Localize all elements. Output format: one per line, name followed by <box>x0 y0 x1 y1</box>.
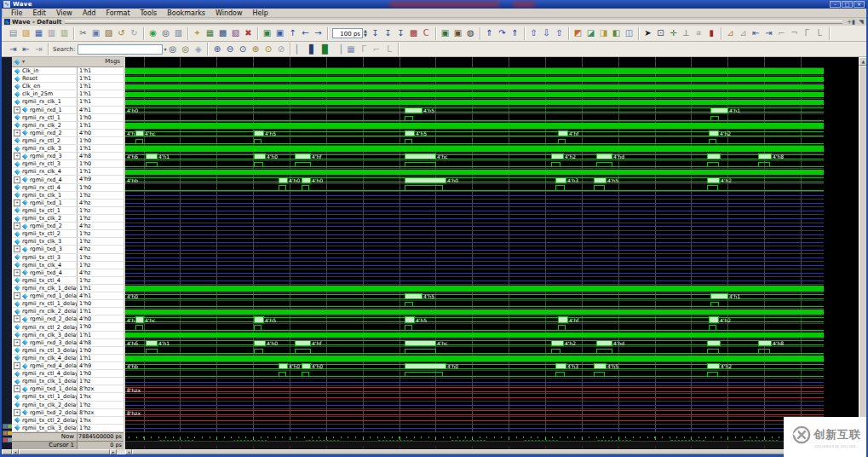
first-transition-icon[interactable]: ⇧ <box>553 27 566 39</box>
signal-row[interactable]: clk_in_25m1'h1 <box>12 90 124 98</box>
zoom-in-cursor-icon[interactable]: ⊕ <box>249 43 262 55</box>
signal-row[interactable]: +rgmii_rxd_1_delay4'h1 <box>12 292 124 300</box>
signal-row[interactable]: rgmii_rx_ctl_1_delay1'h0 <box>12 300 124 308</box>
signal-row[interactable]: rgmii_rx_ctl_31'h0 <box>12 160 124 168</box>
justify-mid-icon[interactable]: ⌐ <box>370 43 382 55</box>
save-icon[interactable]: ▦ <box>32 27 45 39</box>
pane-tab-bar[interactable]: ∿ Wave - Default +▮ ◥ <box>2 18 866 26</box>
divider-column-icon[interactable]: ▕ <box>331 43 344 55</box>
expander-plus-icon[interactable]: + <box>14 409 20 416</box>
menu-file[interactable]: File <box>6 9 27 18</box>
step-icon[interactable]: ▩ <box>216 27 229 39</box>
signal-row[interactable]: rgmii_tx_clk_31'hz <box>12 238 124 246</box>
signal-row[interactable]: rgmii_tx_clk_41'hz <box>12 262 124 269</box>
signal-row[interactable]: Clk_in1'h1 <box>12 67 124 75</box>
pan-mode-icon[interactable]: ✛ <box>667 27 680 39</box>
insert-cursor-icon[interactable]: ⇥ <box>7 43 20 55</box>
signal-row[interactable]: rgmii_tx_clk_3_delay1'hz <box>12 425 124 432</box>
run-continue-icon[interactable]: ↧ <box>382 27 394 39</box>
cursor-row[interactable]: Cursor 1 0 ps <box>12 441 124 449</box>
menu-view[interactable]: View <box>51 9 78 18</box>
run-icon[interactable]: ↧ <box>369 27 382 39</box>
lock-right-icon[interactable]: ¬ <box>788 27 801 39</box>
expand-icon[interactable]: ▥ <box>172 27 185 39</box>
stoplight-icon[interactable]: ◍ <box>464 27 477 39</box>
menu-add[interactable]: Add <box>78 9 101 18</box>
run-length-spinner[interactable]: 100 ps▲▼ <box>332 28 367 38</box>
break-icon[interactable]: ✖ <box>242 27 255 39</box>
scroll-up-icon[interactable]: ▲ <box>859 57 868 66</box>
run-length-value[interactable]: 100 ps <box>332 28 363 38</box>
menu-edit[interactable]: Edit <box>27 9 51 18</box>
forward-icon[interactable]: → <box>312 27 325 39</box>
find-event-icon[interactable]: ⇑ <box>509 27 521 39</box>
memory-icon[interactable]: ▣ <box>451 27 464 39</box>
waves-column-icon[interactable]: ▉ <box>319 43 331 55</box>
signal-row[interactable]: rgmii_rx_clk_2_delay1'h1 <box>12 308 124 315</box>
snap-left-icon[interactable]: Γ <box>801 27 813 39</box>
grid-column-icon[interactable]: ▦ <box>344 43 357 55</box>
vertical-scrollbar[interactable]: ▲ ▼ <box>859 57 868 449</box>
open-folder-icon[interactable]: ▨ <box>20 27 32 39</box>
simulate-icon[interactable]: ▣ <box>439 27 451 39</box>
signal-row[interactable]: +rgmii_rxd_3_delay4'h8 <box>12 339 124 347</box>
find-icon[interactable]: ◎ <box>159 27 172 39</box>
signal-row[interactable]: rgmii_tx_clk_21'hz <box>12 215 124 223</box>
timeline-ruler[interactable]: 3500000000 ps4000000000 ps4500000000 ps5… <box>125 432 859 441</box>
signal-row[interactable]: rgmii_rx_clk_1_delay1'h1 <box>12 285 124 292</box>
signal-row[interactable]: +rgmii_rxd_44'h9 <box>12 176 124 183</box>
redo-icon[interactable]: ↻ <box>128 27 141 39</box>
find-next-icon[interactable]: ◎ <box>166 43 179 55</box>
signal-row[interactable]: Reset1'h1 <box>12 75 124 83</box>
remove-cursor-icon[interactable]: ⇤ <box>20 43 32 55</box>
signal-name-panel[interactable]: ▾ Msgs Clk_in1'h1Reset1'h1Clk_en1'h1clk_… <box>12 57 124 449</box>
undo-icon[interactable]: ↺ <box>115 27 128 39</box>
signal-row[interactable]: +rgmii_txd_2_delay8'hzx <box>12 409 124 417</box>
cursor-column-icon[interactable]: ▏ <box>293 43 306 55</box>
continue-run-icon[interactable]: C <box>420 27 433 39</box>
environment-icon[interactable]: ▦ <box>204 27 216 39</box>
pane-expand-icon[interactable]: +▮ <box>846 19 856 26</box>
next-transition-icon[interactable]: ⇩ <box>540 27 553 39</box>
search-input[interactable] <box>78 44 163 55</box>
menu-bookmarks[interactable]: Bookmarks <box>162 9 210 18</box>
up-level-icon[interactable]: ↑ <box>286 27 299 39</box>
justify-left-icon[interactable]: Γ <box>357 43 370 55</box>
signal-row[interactable]: rgmii_rx_ctl_11'h0 <box>12 114 124 122</box>
signal-row[interactable]: Clk_en1'h1 <box>12 83 124 90</box>
signal-row[interactable]: +rgmii_rxd_34'h8 <box>12 153 124 160</box>
pane-pin-icon[interactable]: ◥ <box>856 19 866 26</box>
step-over-icon[interactable]: ▧ <box>229 27 242 39</box>
expander-plus-icon[interactable]: + <box>14 315 20 322</box>
signal-row[interactable]: rgmii_rx_clk_41'h1 <box>12 168 124 176</box>
reload-icon[interactable]: ◉ <box>147 27 159 39</box>
vertical-scroll-thumb[interactable] <box>859 66 868 432</box>
signal-row[interactable]: rgmii_rx_ctl_2_delay1'h0 <box>12 323 124 331</box>
signal-row[interactable]: +rgmii_txd_1_delay8'hzx <box>12 385 124 393</box>
expander-plus-icon[interactable]: + <box>14 130 20 136</box>
signal-panel-header[interactable]: ▾ Msgs <box>12 57 124 67</box>
signal-row[interactable]: +rgmii_txd_14'hz <box>12 200 124 207</box>
snap-right-icon[interactable]: L <box>813 27 826 39</box>
expander-plus-icon[interactable]: + <box>14 107 20 113</box>
signal-row[interactable]: rgmii_tx_ctl_11'hz <box>12 207 124 215</box>
signal-row[interactable]: rgmii_tx_ctl_1_delay1'hx <box>12 393 124 401</box>
menu-window[interactable]: Window <box>210 9 248 18</box>
expander-plus-icon[interactable]: + <box>14 339 20 346</box>
menu-format[interactable]: Format <box>101 9 135 18</box>
new-document-icon[interactable]: ▤ <box>7 27 20 39</box>
select-mode-icon[interactable]: ➤ <box>641 27 654 39</box>
signal-row[interactable]: rgmii_tx_clk_1_delay1'hz <box>12 378 124 385</box>
signal-row[interactable]: rgmii_rx_ctl_4_delay1'h0 <box>12 370 124 378</box>
expander-plus-icon[interactable]: + <box>14 153 20 159</box>
edit-mode-icon[interactable]: ⊥ <box>680 27 693 39</box>
grid-mode-icon[interactable]: ⌗ <box>693 27 705 39</box>
waveform-area[interactable]: 4'h04'h54'h14'h34'hc4'h54'h54'hf4'h24'h6… <box>125 57 859 449</box>
zoom-out-icon[interactable]: ⊖ <box>223 43 236 55</box>
expander-plus-icon[interactable]: + <box>14 362 20 369</box>
signal-row[interactable]: rgmii_rx_clk_3_delay1'h1 <box>12 332 124 339</box>
goto-cursor-icon[interactable]: ⇥ <box>32 43 45 55</box>
find-previous-icon[interactable]: ◎ <box>179 43 192 55</box>
values-column-icon[interactable]: ▋ <box>306 43 319 55</box>
expander-plus-icon[interactable]: + <box>14 292 20 299</box>
